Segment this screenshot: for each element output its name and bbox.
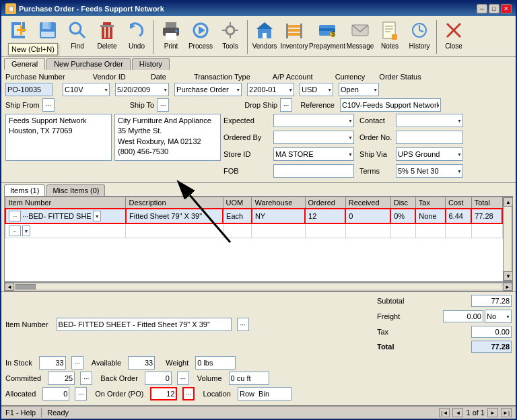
toolbar-vendors-button[interactable]: Vendors [250,18,279,52]
status-sep [41,408,42,417]
toolbar-close-button[interactable]: Close [440,18,468,52]
purchase-number-input[interactable] [5,83,53,96]
vendor-id-select[interactable]: C10V [63,83,110,96]
order-no-label: Order No. [359,133,393,141]
cell-received: 0 [345,209,390,223]
ap-account-select[interactable]: 2200-01 [247,83,294,96]
committed-input[interactable] [48,372,75,385]
page-next-btn[interactable]: ► [487,408,498,417]
ship-via-select[interactable]: UPS Ground [396,147,463,161]
close-label: Close [445,42,462,50]
trans-type-select[interactable]: Purchase Order [174,83,242,96]
svg-point-22 [175,30,178,32]
currency-label: Currency [335,73,366,81]
order-status-label: Order Status [379,73,421,81]
svg-marker-24 [199,26,205,34]
order-status-select[interactable]: Open [339,83,379,96]
currency-select[interactable]: USD [300,83,333,96]
item-number-select[interactable] [93,211,101,221]
prepayment-label: Prepayment [309,42,345,50]
table-hscroll[interactable]: ◄ ► [4,282,513,291]
hscroll-thumb [15,284,36,289]
hscroll-left-btn[interactable]: ◄ [5,283,14,291]
toolbar-history-button[interactable]: History [405,18,434,52]
location-input[interactable] [238,387,291,400]
ship-to-btn[interactable]: ··· [157,98,169,112]
find-label: Find [71,42,83,50]
page-last-btn[interactable]: ►| [501,408,512,417]
purchase-number-label: Purchase Number [5,73,65,81]
freight-value: 0.00 [443,310,483,322]
vscroll-up-btn[interactable]: ▲ [504,197,513,207]
weight-input[interactable] [195,356,236,370]
in-stock-input[interactable] [39,356,66,370]
svg-rect-34 [286,29,302,32]
empty-select[interactable] [22,225,30,236]
svg-rect-12 [103,22,111,25]
date-select[interactable]: 5/20/2009 [115,83,169,96]
volume-input[interactable] [229,372,269,385]
message-label: Message [347,42,374,50]
items-tab-misc[interactable]: Misc Items (0) [46,184,105,196]
hscroll-right-btn[interactable]: ► [503,283,512,291]
toolbar-delete-button[interactable]: Delete [93,18,121,52]
fob-input[interactable] [273,164,354,178]
order-no-input[interactable] [396,131,463,144]
on-order-input[interactable] [150,387,177,400]
reference-label: Reference [300,101,335,109]
item-number-detail-btn[interactable]: ··· [237,318,249,331]
vendors-label: Vendors [252,42,277,50]
toolbar-find-button[interactable]: Find [63,18,92,52]
terms-label: Terms [359,167,393,175]
toolbar-tools-button[interactable]: Tools [216,18,244,52]
allocated-label: Allocated [5,390,36,398]
drop-ship-btn[interactable]: ··· [280,98,292,112]
toolbar-inventory-button[interactable]: Inventory [280,18,308,52]
in-stock-btn[interactable]: ··· [71,356,83,370]
item-number-detail-input[interactable] [57,318,232,331]
vscroll-down-btn[interactable]: ▼ [504,271,513,281]
items-tabs: Items (1) Misc Items (0) [1,183,516,196]
minimize-button[interactable]: ─ [477,4,487,13]
toolbar-notes-button[interactable]: Notes [376,18,404,52]
tab-history[interactable]: History [132,58,170,70]
close-button[interactable]: ✕ [501,4,512,13]
toolbar-message-button[interactable]: Message [346,18,374,52]
contact-select[interactable] [396,114,463,127]
on-order-btn[interactable]: ··· [182,387,195,400]
reference-input[interactable] [340,98,441,112]
back-order-btn[interactable]: ··· [177,372,189,385]
page-prev-btn[interactable]: ◄ [452,408,463,417]
vendor-id-label: Vendor ID [93,73,126,81]
empty-dotbtn[interactable]: ··· [9,225,21,236]
table-vscroll[interactable]: ▲ ▼ [503,197,512,281]
inventory-icon [283,20,305,41]
back-order-input[interactable] [145,372,172,385]
toolbar-undo-button[interactable]: Undo [123,18,151,52]
freight-option-select[interactable]: No [485,310,512,323]
weight-label: Weight [166,359,188,367]
allocated-btn[interactable]: ··· [75,387,87,400]
available-input[interactable] [128,356,155,370]
toolbar-print-button[interactable]: Print [157,18,185,52]
tab-general[interactable]: General [4,58,45,70]
store-id-select[interactable]: MA STORE [273,147,354,161]
table-row-empty[interactable]: ··· [5,223,502,238]
expected-select[interactable] [273,114,354,127]
toolbar-process-button[interactable]: Process [186,18,215,52]
items-tab-items[interactable]: Items (1) [4,184,45,196]
tab-newpo[interactable]: New Purchase Order [46,58,131,70]
item-number-dotbtn[interactable]: ··· [9,211,21,221]
terms-select[interactable]: 5% 5 Net 30 [396,164,463,178]
ordered-by-select[interactable] [273,131,354,144]
allocated-input[interactable] [42,387,69,400]
committed-btn[interactable]: ··· [80,372,92,385]
maximize-button[interactable]: □ [489,4,499,13]
ship-from-btn[interactable]: ··· [42,98,55,112]
page-first-btn[interactable]: |◄ [439,408,450,417]
toolbar-prepayment-button[interactable]: $ Prepayment [310,18,345,52]
status-text: Ready [47,409,69,417]
vendors-icon [254,20,275,41]
table-row[interactable]: ··· ···BED- FITTED SHE Fitted Sheet 79" … [5,209,502,223]
svg-text:$: $ [331,30,335,38]
